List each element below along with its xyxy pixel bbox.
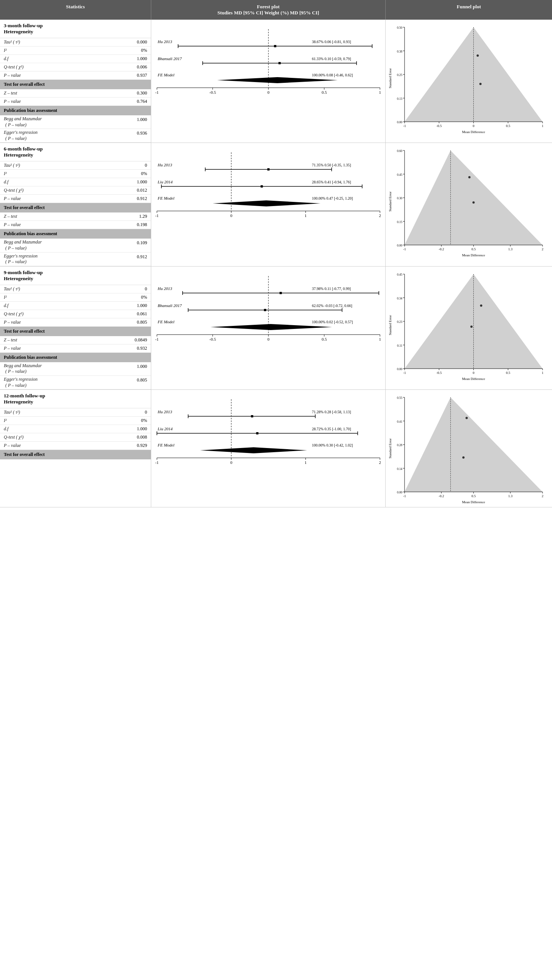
stat-value: 1.000 [124, 56, 147, 62]
stat-value: 0% [124, 171, 147, 177]
svg-text:1.3: 1.3 [508, 247, 513, 251]
main-container: Statistics Forest plot Studies MD [95% C… [0, 0, 552, 508]
svg-text:Hu 2013: Hu 2013 [157, 409, 172, 414]
svg-point-53 [476, 54, 479, 57]
svg-text:-0.5: -0.5 [436, 371, 442, 375]
stat-value: 1.000 [124, 426, 147, 432]
stat-row: I² 0% [0, 293, 151, 302]
svg-rect-68 [267, 168, 270, 170]
stat-label: Q-test ( χ²) [4, 311, 124, 317]
funnel-plot: -1-0.500.510.000.130.250.380.50Standard … [388, 22, 546, 135]
svg-text:Hu 2013: Hu 2013 [157, 286, 172, 291]
svg-text:100.00%  0.08 [-0.46, 0.62]: 100.00% 0.08 [-0.46, 0.62] [312, 73, 353, 77]
svg-text:0.5: 0.5 [322, 337, 327, 341]
svg-text:1: 1 [542, 124, 544, 128]
svg-text:-0.2: -0.2 [439, 494, 444, 498]
svg-text:2: 2 [379, 460, 381, 465]
svg-text:2: 2 [542, 247, 544, 251]
stat-label: P – value [4, 73, 124, 78]
stat-value: 0.012 [124, 188, 147, 193]
stat-label: d.f [4, 179, 124, 185]
stat-row: P – value 0.932 [0, 344, 151, 353]
stat-value: 0% [124, 294, 147, 300]
section-9month: 9-month follow-up Heterogeneity Tau² ( τ… [0, 267, 552, 390]
svg-text:0.5: 0.5 [471, 247, 476, 251]
svg-text:0: 0 [230, 213, 232, 218]
svg-text:2: 2 [542, 494, 544, 498]
svg-text:0.50: 0.50 [397, 26, 402, 30]
stats-panel-6month: 6-month follow-up Heterogeneity Tau² ( τ… [0, 143, 151, 266]
svg-text:0.00: 0.00 [397, 244, 402, 247]
svg-text:1: 1 [305, 213, 307, 218]
svg-text:0.00: 0.00 [397, 121, 402, 124]
stat-label: P – value [4, 99, 124, 104]
stat-row-multi: Begg and Mazumdar( P – value) 1.000 [0, 362, 151, 376]
stat-label: Z – test [4, 214, 124, 219]
svg-text:Standard Error: Standard Error [388, 192, 392, 212]
funnel-panel-12month: -1-0.20.51.320.000.140.280.410.55Standar… [386, 390, 552, 507]
svg-text:0.5: 0.5 [506, 124, 511, 128]
stat-label: Begg and Mazumdar( P – value) [4, 363, 124, 375]
svg-text:0.45: 0.45 [397, 273, 402, 276]
stats-panel-12month: 12-month follow-up Heterogeneity Tau² ( … [0, 390, 151, 507]
stat-value: 0.0849 [124, 337, 147, 343]
svg-text:-0.2: -0.2 [439, 247, 444, 251]
svg-text:Standard Error: Standard Error [388, 68, 392, 88]
svg-text:Standard Error: Standard Error [388, 439, 392, 459]
svg-text:0.23: 0.23 [397, 320, 402, 324]
stat-row-multi: Egger's regression( P – value) 0.805 [0, 376, 151, 390]
stat-row: P – value 0.929 [0, 442, 151, 450]
svg-text:28.72%  0.35 [-1.00, 1.70]: 28.72% 0.35 [-1.00, 1.70] [312, 427, 351, 431]
stat-label: d.f [4, 426, 124, 432]
stat-label: Z – test [4, 91, 124, 96]
stat-value: 0.008 [124, 434, 147, 440]
svg-text:0: 0 [230, 460, 232, 465]
stat-label: I² [4, 418, 124, 423]
svg-marker-185 [200, 447, 307, 453]
svg-text:0: 0 [472, 371, 474, 375]
stat-value: 0.912 [124, 253, 147, 265]
stat-row: Q-test ( χ²) 0.012 [0, 186, 151, 195]
funnel-plot: -1-0.20.51.320.000.140.280.410.55Standar… [388, 392, 546, 505]
stat-row: Q-test ( χ²) 0.006 [0, 63, 151, 72]
svg-text:Mean Difference: Mean Difference [462, 253, 485, 257]
svg-text:0: 0 [267, 90, 270, 94]
svg-text:-1: -1 [403, 247, 406, 251]
stat-row-multi: Begg and Mazumdar( P – value) 0.109 [0, 239, 151, 252]
stat-label: I² [4, 294, 124, 300]
svg-text:71.35%  0.50 [-0.35, 1.35]: 71.35% 0.50 [-0.35, 1.35] [312, 163, 351, 167]
svg-marker-132 [211, 324, 332, 330]
section-3month: 3-month follow-up Heterogeneity Tau² ( τ… [0, 20, 552, 143]
svg-text:Bhansali 2017: Bhansali 2017 [157, 303, 182, 308]
stat-row-multi: Begg and Mazumdar( P – value) 1.000 [0, 115, 151, 129]
svg-text:0: 0 [472, 124, 474, 128]
svg-text:1: 1 [379, 337, 381, 341]
stat-row: Tau² ( τ²) 0 [0, 285, 151, 293]
stat-label: d.f [4, 303, 124, 309]
svg-text:1: 1 [379, 90, 381, 94]
svg-text:0.41: 0.41 [397, 420, 402, 423]
stat-row: Tau² ( τ²) 0 [0, 161, 151, 170]
stat-value: 0.109 [124, 239, 147, 251]
stat-value: 1.000 [124, 116, 147, 128]
header-funnel: Funnel plot [386, 0, 552, 20]
section-title-9month: 9-month follow-up Heterogeneity [0, 267, 151, 285]
stats-panel-9month: 9-month follow-up Heterogeneity Tau² ( τ… [0, 267, 151, 390]
svg-marker-24 [217, 77, 337, 83]
stat-value: 0.936 [124, 130, 147, 142]
svg-text:-1: -1 [155, 460, 158, 465]
svg-marker-77 [213, 200, 321, 207]
svg-text:FE Model: FE Model [157, 73, 174, 77]
svg-text:0.60: 0.60 [397, 150, 402, 153]
stat-label: Tau² ( τ²) [4, 286, 124, 292]
svg-text:Mean Difference: Mean Difference [462, 130, 485, 134]
svg-text:0.38: 0.38 [397, 50, 402, 53]
svg-text:Bhansali 2017: Bhansali 2017 [157, 56, 182, 61]
svg-text:-0.5: -0.5 [210, 90, 216, 94]
svg-text:0.14: 0.14 [397, 467, 402, 471]
stat-label: P – value [4, 196, 124, 202]
stat-value: 0.805 [124, 320, 147, 325]
stat-row: d.f 1.000 [0, 55, 151, 63]
svg-text:1: 1 [305, 460, 307, 465]
stat-label: Tau² ( τ²) [4, 409, 124, 415]
